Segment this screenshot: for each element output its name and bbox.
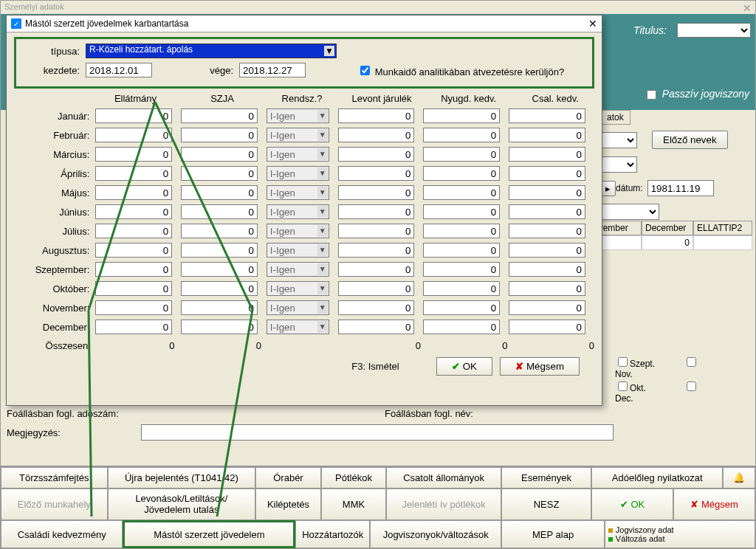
csal-input[interactable] xyxy=(509,262,585,277)
btn-ok-main[interactable]: ✔ OK xyxy=(591,488,673,520)
rendsz-select[interactable] xyxy=(267,224,329,238)
ell-input[interactable] xyxy=(95,262,172,277)
lev-input[interactable] xyxy=(338,320,415,334)
btn-levonasok[interactable]: Levonások/Letiltások/ Jövedelem utalás xyxy=(108,488,256,520)
lev-input[interactable] xyxy=(338,300,415,315)
nyug-input[interactable] xyxy=(423,224,500,238)
btn-torzsszamfejtes[interactable]: Törzsszámfejtés xyxy=(1,467,108,488)
ell-input[interactable] xyxy=(95,281,172,296)
btn-oraber[interactable]: Órabér xyxy=(255,467,321,488)
titulus-select[interactable] xyxy=(677,23,751,38)
szja-input[interactable] xyxy=(181,204,258,219)
szja-input[interactable] xyxy=(181,320,258,334)
szja-input[interactable] xyxy=(181,262,258,277)
lev-input[interactable] xyxy=(338,166,415,181)
szja-input[interactable] xyxy=(181,281,258,296)
ell-input[interactable] xyxy=(95,224,172,238)
btn-mmk[interactable]: MMK xyxy=(321,488,387,520)
nyug-input[interactable] xyxy=(423,185,500,200)
right-select-2[interactable] xyxy=(600,156,637,173)
btn-ujra-bejelentes[interactable]: Újra bejelentés (T1041/42) xyxy=(108,467,256,488)
nyug-input[interactable] xyxy=(423,320,500,334)
szja-input[interactable] xyxy=(181,166,258,181)
csal-input[interactable] xyxy=(509,128,585,142)
rendsz-select[interactable] xyxy=(267,243,329,258)
main-close-icon[interactable]: ✕ xyxy=(743,2,752,14)
tipusa-select[interactable]: R-Közeli hozzátart. ápolás xyxy=(86,44,337,58)
ell-input[interactable] xyxy=(95,147,172,162)
right-small-btn[interactable]: ▸ xyxy=(600,181,616,196)
rendsz-select[interactable] xyxy=(267,128,329,142)
check-dec[interactable] xyxy=(687,381,696,391)
check-okt[interactable] xyxy=(618,381,628,391)
nyug-input[interactable] xyxy=(423,166,500,181)
nyug-input[interactable] xyxy=(423,108,500,123)
lev-input[interactable] xyxy=(338,128,415,142)
munkaido-checkbox[interactable] xyxy=(360,66,370,75)
csal-input[interactable] xyxy=(509,224,585,238)
csal-input[interactable] xyxy=(509,204,585,219)
ell-input[interactable] xyxy=(95,243,172,258)
szja-input[interactable] xyxy=(181,108,258,123)
btn-mep-alap[interactable]: MEP alap xyxy=(501,520,604,548)
rendsz-select[interactable] xyxy=(267,185,329,200)
lev-input[interactable] xyxy=(338,147,415,162)
rendsz-select[interactable] xyxy=(267,300,329,315)
rendsz-select[interactable] xyxy=(267,108,329,123)
right-select-1[interactable] xyxy=(600,132,637,148)
btn-esemenyek[interactable]: Események xyxy=(501,467,591,488)
ell-input[interactable] xyxy=(95,108,172,123)
szja-input[interactable] xyxy=(181,243,258,258)
right-select-3[interactable] xyxy=(600,204,659,220)
csal-input[interactable] xyxy=(509,320,585,334)
szja-input[interactable] xyxy=(181,128,258,142)
lev-input[interactable] xyxy=(338,281,415,296)
modal-cancel-button[interactable]: ✘Mégsem xyxy=(500,357,580,376)
csal-input[interactable] xyxy=(509,243,585,258)
btn-mastol-szerzett[interactable]: Mástól szerzett jövedelem xyxy=(123,520,295,548)
csal-input[interactable] xyxy=(509,166,585,181)
lev-input[interactable] xyxy=(338,262,415,277)
megjegyzes-input[interactable] xyxy=(141,424,614,441)
lev-input[interactable] xyxy=(338,204,415,219)
ell-input[interactable] xyxy=(95,204,172,219)
szja-input[interactable] xyxy=(181,224,258,238)
ell-input[interactable] xyxy=(95,320,172,334)
ell-input[interactable] xyxy=(95,300,172,315)
btn-kileptetes[interactable]: Kiléptetés xyxy=(255,488,321,520)
btn-jogviszonyok[interactable]: Jogviszonyok/változások xyxy=(370,520,501,548)
btn-hozzatartozok[interactable]: Hozzátartozók xyxy=(295,520,370,548)
check-nov[interactable] xyxy=(687,357,696,367)
csal-input[interactable] xyxy=(509,300,585,315)
btn-nesz[interactable]: NESZ xyxy=(501,488,591,520)
nyug-input[interactable] xyxy=(423,243,500,258)
rendsz-select[interactable] xyxy=(267,166,329,181)
lev-input[interactable] xyxy=(338,185,415,200)
ell-input[interactable] xyxy=(95,128,172,142)
lev-input[interactable] xyxy=(338,243,415,258)
check-szept[interactable] xyxy=(618,357,628,367)
modal-close-icon[interactable]: ✕ xyxy=(588,18,597,30)
modal-ok-button[interactable]: ✔OK xyxy=(436,357,492,376)
rendsz-select[interactable] xyxy=(267,147,329,162)
datum-input[interactable] xyxy=(647,180,714,196)
lev-input[interactable] xyxy=(338,224,415,238)
ell-input[interactable] xyxy=(95,185,172,200)
rendsz-select[interactable] xyxy=(267,262,329,277)
csal-input[interactable] xyxy=(509,185,585,200)
btn-icon-right[interactable]: 🔔 xyxy=(723,467,755,488)
nyug-input[interactable] xyxy=(423,128,500,142)
szja-input[interactable] xyxy=(181,147,258,162)
vege-input[interactable] xyxy=(239,63,306,77)
tab-atok[interactable]: atok xyxy=(600,110,630,125)
kezdete-input[interactable] xyxy=(86,63,152,77)
csal-input[interactable] xyxy=(509,108,585,123)
lev-input[interactable] xyxy=(338,108,415,123)
btn-adoeloleg[interactable]: Adóelőleg nyilatkozat xyxy=(591,467,723,488)
btn-csaladi[interactable]: Családi kedvezmény xyxy=(1,520,123,548)
rendsz-select[interactable] xyxy=(267,281,329,296)
nyug-input[interactable] xyxy=(423,300,500,315)
elozo-nevek-button[interactable]: Előző nevek xyxy=(652,131,728,149)
csal-input[interactable] xyxy=(509,147,585,162)
rendsz-select[interactable] xyxy=(267,204,329,219)
